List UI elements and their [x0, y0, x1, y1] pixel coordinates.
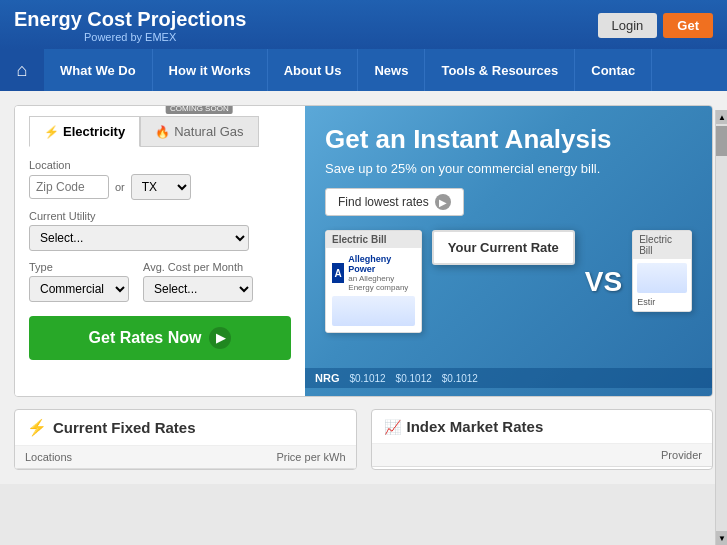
nav-label-news: News [374, 63, 408, 78]
location-row: or TX CA NY [29, 174, 291, 200]
scroll-thumb[interactable] [716, 126, 727, 156]
bill-card-1-body: A Allegheny Power an Allegheny Energy co… [326, 248, 421, 332]
utility-group: Current Utility Select... [29, 210, 291, 251]
index-rates-table-header: Provider [372, 444, 713, 467]
nav-item-how-it-works[interactable]: How it Works [153, 49, 268, 91]
state-select[interactable]: TX CA NY [131, 174, 191, 200]
get-button[interactable]: Get [663, 13, 713, 38]
utility-select[interactable]: Select... [29, 225, 249, 251]
allegheny-logo: A Allegheny Power an Allegheny Energy co… [332, 254, 415, 292]
allegheny-name-group: Allegheny Power an Allegheny Energy comp… [348, 254, 415, 292]
bill-card-1-header: Electric Bill [326, 231, 421, 248]
index-rates-header: 📈 Index Market Rates [372, 410, 713, 444]
price-tag-2: $0.1012 [396, 373, 432, 384]
your-current-rate-box: Your Current Rate [432, 230, 575, 265]
find-rates-label: Find lowest rates [338, 195, 429, 209]
get-rates-arrow-icon: ▶ [209, 327, 231, 349]
your-rate-container: Your Current Rate [432, 230, 575, 265]
price-tag-3: $0.1012 [442, 373, 478, 384]
avg-cost-label: Avg. Cost per Month [143, 261, 253, 273]
nav-label-contact: Contac [591, 63, 635, 78]
banner-title: Get an Instant Analysis [325, 124, 692, 155]
allegheny-sub: an Allegheny Energy company [348, 274, 415, 292]
type-select[interactable]: Commercial Residential [29, 276, 129, 302]
coming-soon-badge: COMING SOON [166, 105, 233, 114]
allegheny-name: Allegheny Power [348, 254, 415, 274]
home-nav-button[interactable]: ⌂ [0, 49, 44, 91]
get-rates-button[interactable]: Get Rates Now ▶ [29, 316, 291, 360]
nav-item-contact[interactable]: Contac [575, 49, 652, 91]
main-content: ⚡ Electricity COMING SOON 🔥 Natural Gas … [0, 91, 727, 484]
fixed-rates-table-header: Locations Price per kWh [15, 446, 356, 469]
est-label: Estir [637, 297, 687, 307]
app-subtitle: Powered by EMEX [14, 31, 246, 43]
header: Energy Cost Projections Powered by EMEX … [0, 0, 727, 49]
type-cost-group: Type Commercial Residential Avg. Cost pe… [29, 261, 291, 302]
zip-input[interactable] [29, 175, 109, 199]
nav-item-what-we-do[interactable]: What We Do [44, 49, 153, 91]
vs-label: VS [585, 266, 622, 298]
avg-cost-select[interactable]: Select... [143, 276, 253, 302]
bill-card-2-header: Electric Bill [633, 231, 691, 259]
fixed-rates-icon: ⚡ [27, 418, 47, 437]
left-panel: ⚡ Electricity COMING SOON 🔥 Natural Gas … [15, 106, 305, 396]
tab-electricity[interactable]: ⚡ Electricity [29, 116, 140, 147]
vertical-scrollbar[interactable]: ▲ ▼ [715, 110, 727, 545]
nav-label-about-us: About Us [284, 63, 342, 78]
nav-label-how-it-works: How it Works [169, 63, 251, 78]
nav-bar: ⌂ What We Do How it Works About Us News … [0, 49, 727, 91]
nav-item-about-us[interactable]: About Us [268, 49, 359, 91]
type-cost-row: Type Commercial Residential Avg. Cost pe… [29, 261, 291, 302]
flame-icon: 🔥 [155, 125, 170, 139]
header-branding: Energy Cost Projections Powered by EMEX [14, 8, 246, 43]
fixed-rates-panel: ⚡ Current Fixed Rates Locations Price pe… [14, 409, 357, 470]
tab-natural-gas-label: Natural Gas [174, 124, 243, 139]
nav-item-news[interactable]: News [358, 49, 425, 91]
bill-card-2: Electric Bill Estir [632, 230, 692, 312]
location-group: Location or TX CA NY [29, 159, 291, 200]
get-rates-label: Get Rates Now [89, 329, 202, 347]
bill-comparison: Electric Bill A Allegheny Power an Alleg… [325, 230, 692, 333]
location-label: Location [29, 159, 291, 171]
col-locations: Locations [25, 451, 226, 463]
avg-cost-subgroup: Avg. Cost per Month Select... [143, 261, 253, 302]
login-button[interactable]: Login [598, 13, 658, 38]
header-actions: Login Get [598, 13, 713, 38]
bottom-section: ⚡ Current Fixed Rates Locations Price pe… [14, 409, 713, 470]
col-price-kwh: Price per kWh [226, 451, 346, 463]
energy-tabs: ⚡ Electricity COMING SOON 🔥 Natural Gas [29, 116, 291, 147]
nav-label-what-we-do: What We Do [60, 63, 136, 78]
index-rates-icon: 📈 [384, 419, 401, 435]
bill-graph2-placeholder [637, 263, 687, 293]
allegheny-icon: A [332, 263, 344, 283]
nav-label-tools: Tools & Resources [441, 63, 558, 78]
scroll-down-button[interactable]: ▼ [716, 531, 727, 545]
content-row: ⚡ Electricity COMING SOON 🔥 Natural Gas … [14, 105, 713, 397]
find-lowest-rates-button[interactable]: Find lowest rates ▶ [325, 188, 464, 216]
utility-label: Current Utility [29, 210, 291, 222]
col-provider: Provider [382, 449, 703, 461]
type-subgroup: Type Commercial Residential [29, 261, 129, 302]
bill-card-1: Electric Bill A Allegheny Power an Alleg… [325, 230, 422, 333]
nrg-label: NRG [315, 372, 339, 384]
tab-electricity-label: Electricity [63, 124, 125, 139]
banner-subtitle: Save up to 25% on your commercial energy… [325, 161, 692, 176]
nav-item-tools[interactable]: Tools & Resources [425, 49, 575, 91]
index-rates-panel: 📈 Index Market Rates Provider [371, 409, 714, 470]
price-tag-1: $0.1012 [349, 373, 385, 384]
home-icon: ⌂ [17, 60, 28, 81]
scroll-up-button[interactable]: ▲ [716, 110, 727, 124]
bill-card-2-body: Estir [633, 259, 691, 311]
tab-natural-gas[interactable]: COMING SOON 🔥 Natural Gas [140, 116, 258, 147]
nrg-bar: NRG $0.1012 $0.1012 $0.1012 [305, 368, 712, 388]
app-title: Energy Cost Projections [14, 8, 246, 31]
or-text: or [115, 181, 125, 193]
lightning-icon: ⚡ [44, 125, 59, 139]
fixed-rates-header: ⚡ Current Fixed Rates [15, 410, 356, 446]
find-rates-arrow-icon: ▶ [435, 194, 451, 210]
right-banner: Get an Instant Analysis Save up to 25% o… [305, 106, 712, 396]
index-rates-label: Index Market Rates [407, 418, 544, 435]
bill-graph-placeholder [332, 296, 415, 326]
type-label: Type [29, 261, 129, 273]
fixed-rates-label: Current Fixed Rates [53, 419, 196, 436]
